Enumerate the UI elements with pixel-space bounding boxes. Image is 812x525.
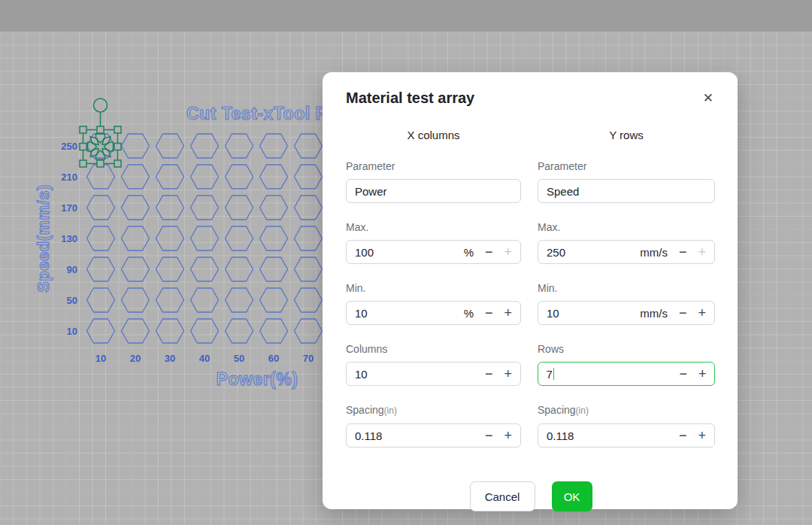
y-rows-section: Y rows Parameter Speed Max. 250 mm/s − +… <box>538 129 715 466</box>
increment-button[interactable]: + <box>504 429 512 442</box>
close-icon[interactable]: ✕ <box>703 92 714 105</box>
canvas-title: Cut Test-xTool P2 <box>186 104 338 123</box>
hexagon-shape[interactable] <box>156 288 184 312</box>
decrement-button[interactable]: − <box>485 429 493 442</box>
selection-widget[interactable] <box>80 99 121 167</box>
hexagon-shape[interactable] <box>295 226 323 250</box>
hexagon-shape[interactable] <box>191 134 219 158</box>
hexagon-shape[interactable] <box>295 257 323 281</box>
hexagon-shape[interactable] <box>295 288 323 312</box>
increment-button[interactable]: + <box>698 245 706 259</box>
edge-arrow <box>105 142 114 151</box>
hexagon-shape[interactable] <box>122 288 150 312</box>
decrement-button[interactable]: − <box>679 306 687 320</box>
hexagon-shape[interactable] <box>156 165 184 189</box>
spacing-label: Spacing(in) <box>538 404 715 417</box>
edge-arrow <box>96 150 105 159</box>
ok-button[interactable]: OK <box>552 481 592 511</box>
hexagon-shape[interactable] <box>87 196 115 220</box>
hexagon-shape[interactable] <box>260 226 288 250</box>
decrement-button[interactable]: − <box>679 429 687 442</box>
resize-handle[interactable] <box>97 126 104 133</box>
hexagon-shape[interactable] <box>226 134 253 158</box>
edge-arrow <box>96 134 105 143</box>
increment-button[interactable]: + <box>698 429 706 442</box>
hexagon-shape[interactable] <box>260 134 288 158</box>
hexagon-shape[interactable] <box>122 196 150 220</box>
hexagon-shape[interactable] <box>122 165 150 189</box>
x-min-input[interactable]: 10 % − + <box>346 301 521 325</box>
x-parameter-input[interactable]: Power <box>346 179 521 203</box>
y-max-input[interactable]: 250 mm/s − + <box>538 240 715 264</box>
hexagon-shape[interactable] <box>87 319 115 343</box>
hexagon-shape[interactable] <box>295 319 323 343</box>
min-group: Min. 10 mm/s − + <box>538 282 715 325</box>
resize-handle[interactable] <box>114 144 121 150</box>
hexagon-shape[interactable] <box>156 319 184 343</box>
resize-handle[interactable] <box>80 126 86 133</box>
increment-button[interactable]: + <box>504 367 512 381</box>
hexagon-shape[interactable] <box>191 165 219 189</box>
resize-handle[interactable] <box>80 160 86 167</box>
input-value: 10 <box>355 307 368 320</box>
x-spacing-input[interactable]: 0.118 − + <box>346 423 521 448</box>
increment-button[interactable]: + <box>698 367 707 381</box>
decrement-button[interactable]: − <box>679 367 687 381</box>
hexagon-shape[interactable] <box>156 134 184 158</box>
hexagon-shape[interactable] <box>260 288 288 312</box>
hexagon-shape[interactable] <box>191 226 219 250</box>
hexagon-shape[interactable] <box>226 257 253 281</box>
decrement-button[interactable]: − <box>485 306 493 320</box>
hexagon-shape[interactable] <box>122 257 150 281</box>
hexagon-shape[interactable] <box>87 134 115 158</box>
cancel-button[interactable]: Cancel <box>470 481 535 511</box>
hexagon-shape[interactable] <box>122 134 150 158</box>
x-max-input[interactable]: 100 % − + <box>346 240 521 264</box>
hexagon-shape[interactable] <box>226 288 253 312</box>
max-group: Max. 100 % − + <box>346 221 521 264</box>
hexagon-shape[interactable] <box>87 165 115 189</box>
decrement-button[interactable]: − <box>485 245 493 259</box>
decrement-button[interactable]: − <box>679 245 687 259</box>
y-min-input[interactable]: 10 mm/s − + <box>538 301 715 325</box>
unit-label: mm/s <box>640 307 668 320</box>
increment-button[interactable]: + <box>698 306 706 320</box>
hexagon-shape[interactable] <box>87 288 115 312</box>
hexagon-shape[interactable] <box>295 196 323 220</box>
hexagon-shape[interactable] <box>156 196 184 220</box>
hexagon-shape[interactable] <box>260 319 288 343</box>
x-tick-label: 60 <box>268 353 279 364</box>
resize-handle[interactable] <box>97 160 104 167</box>
hexagon-shape[interactable] <box>87 257 115 281</box>
hexagon-shape[interactable] <box>156 226 184 250</box>
hexagon-shape[interactable] <box>260 257 288 281</box>
resize-handle[interactable] <box>114 160 121 167</box>
hexagon-shape[interactable] <box>191 196 219 220</box>
increment-button[interactable]: + <box>504 306 512 320</box>
columns-count-input[interactable]: 10 − + <box>346 362 521 386</box>
hexagon-shape[interactable] <box>226 226 253 250</box>
hexagon-shape[interactable] <box>156 257 184 281</box>
hexagon-shape[interactable] <box>260 196 288 220</box>
y-parameter-input[interactable]: Speed <box>538 179 715 203</box>
decrement-button[interactable]: − <box>485 367 493 381</box>
rotation-handle[interactable] <box>94 99 108 112</box>
resize-handle[interactable] <box>114 126 121 133</box>
hexagon-shape[interactable] <box>260 165 288 189</box>
hexagon-shape[interactable] <box>226 196 253 220</box>
hexagon-shape[interactable] <box>122 226 150 250</box>
resize-handle[interactable] <box>80 144 86 150</box>
increment-button[interactable]: + <box>504 245 512 259</box>
selection-box[interactable] <box>83 130 118 164</box>
rows-count-input[interactable]: 7 − + <box>538 362 715 386</box>
hexagon-shape[interactable] <box>295 165 323 189</box>
hexagon-shape[interactable] <box>122 319 150 343</box>
y-spacing-input[interactable]: 0.118 − + <box>538 423 715 448</box>
hexagon-shape[interactable] <box>226 319 253 343</box>
hexagon-shape[interactable] <box>191 288 219 312</box>
hexagon-shape[interactable] <box>191 319 219 343</box>
hexagon-shape[interactable] <box>191 257 219 281</box>
hexagon-shape[interactable] <box>87 226 115 250</box>
hexagon-shape[interactable] <box>226 165 253 189</box>
hexagon-shape[interactable] <box>295 134 323 158</box>
